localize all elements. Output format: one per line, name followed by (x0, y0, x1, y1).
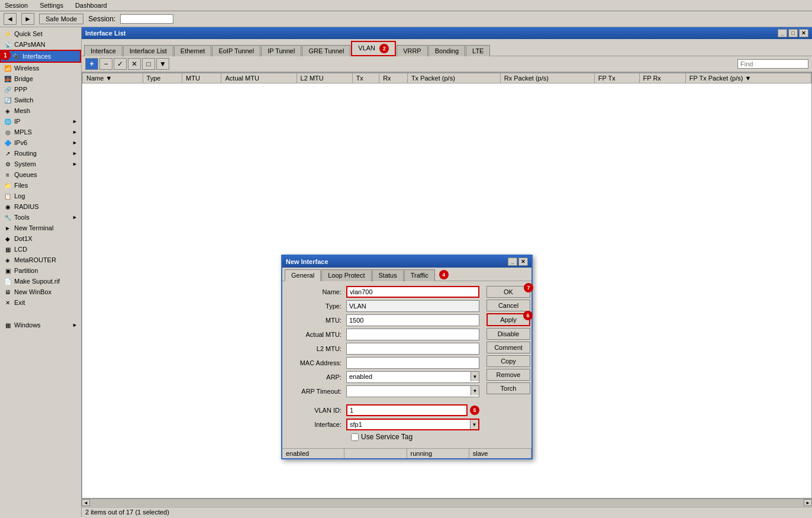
sidebar-item-new-terminal[interactable]: ► New Terminal (0, 223, 81, 233)
scroll-right[interactable]: ► (804, 499, 812, 506)
maximize-button[interactable]: □ (788, 29, 798, 37)
tab-gre-tunnel[interactable]: GRE Tunnel (302, 45, 350, 56)
col-rx[interactable]: Rx (379, 73, 408, 83)
sidebar-item-mpls[interactable]: ◎ MPLS ► (0, 127, 81, 137)
tab-ip-tunnel[interactable]: IP Tunnel (261, 45, 301, 56)
sidebar-item-make-supout[interactable]: 📄 Make Supout.rif (0, 276, 81, 287)
col-l2-mtu[interactable]: L2 MTU (297, 73, 352, 83)
scroll-track[interactable] (90, 499, 804, 506)
sidebar-item-quick-set[interactable]: ⚡ Quick Set (0, 28, 81, 39)
sidebar-item-ipv6[interactable]: 🔷 IPv6 ► (0, 137, 81, 148)
sidebar-label-switch: Switch (14, 96, 33, 104)
back-button[interactable]: ◄ (4, 13, 17, 25)
horizontal-scrollbar[interactable]: ◄ ► (82, 498, 812, 507)
menu-dashboard[interactable]: Dashboard (73, 1, 109, 9)
col-fp-tx-packet[interactable]: FP Tx Packet (p/s) ▼ (685, 73, 811, 83)
menu-session[interactable]: Session (2, 1, 30, 9)
close-button[interactable]: ✕ (799, 29, 808, 37)
mac-input[interactable] (346, 357, 479, 369)
sidebar-item-routing[interactable]: ↗ Routing ► (0, 148, 81, 159)
copy-button[interactable]: □ (142, 58, 155, 70)
sidebar-item-tools[interactable]: 🔧 Tools ► (0, 212, 81, 223)
tab-interface[interactable]: Interface (84, 45, 123, 56)
filter-button[interactable]: ▼ (156, 58, 169, 70)
service-tag-checkbox[interactable] (351, 433, 359, 441)
sidebar-item-lcd[interactable]: ▦ LCD (0, 244, 81, 255)
enable-button[interactable]: ✓ (114, 58, 127, 70)
sidebar-item-exit[interactable]: ✕ Exit (0, 297, 81, 308)
sidebar-item-wireless[interactable]: 📶 Wireless (0, 63, 81, 73)
dialog-close-btn[interactable]: ✕ (518, 258, 528, 266)
cancel-button[interactable]: Cancel (486, 300, 530, 311)
sidebar-item-mesh[interactable]: ◈ Mesh (0, 105, 81, 116)
apply-button[interactable]: Apply 6 (486, 313, 530, 326)
safe-mode-button[interactable]: Safe Mode (39, 14, 83, 24)
sidebar-item-windows[interactable]: ▦ Windows ► (0, 320, 81, 330)
copy-dialog-button[interactable]: Copy (486, 355, 530, 367)
remove-dialog-button[interactable]: Remove (486, 369, 530, 381)
col-type[interactable]: Type (143, 73, 182, 83)
sidebar-item-dot1x[interactable]: ◆ Dot1X (0, 233, 81, 244)
mtu-input[interactable] (346, 314, 479, 326)
name-input[interactable] (346, 286, 479, 298)
torch-button[interactable]: Torch (486, 382, 530, 394)
sidebar-item-new-winbox[interactable]: 🖥 New WinBox (0, 287, 81, 297)
menu-settings[interactable]: Settings (37, 1, 66, 9)
sidebar-item-bridge[interactable]: 🌉 Bridge (0, 73, 81, 84)
disable-button[interactable]: ✕ (128, 58, 141, 70)
tab-bonding[interactable]: Bonding (428, 45, 465, 56)
col-mtu[interactable]: MTU (182, 73, 221, 83)
l2-mtu-input[interactable] (346, 343, 479, 355)
dialog-tab-status[interactable]: Status (372, 269, 404, 281)
forward-button[interactable]: ► (21, 13, 34, 25)
dialog-tab-loop-protect[interactable]: Loop Protect (321, 269, 371, 281)
dialog-tab-general[interactable]: General (285, 269, 321, 281)
sidebar-item-files[interactable]: 📁 Files (0, 180, 81, 191)
sidebar-item-partition[interactable]: ▣ Partition (0, 265, 81, 276)
ok-button[interactable]: OK 7 (486, 286, 530, 298)
tab-vrrp[interactable]: VRRP (397, 45, 428, 56)
tab-ethernet[interactable]: Ethernet (174, 45, 212, 56)
add-button[interactable]: + (85, 58, 98, 70)
interface-select[interactable]: sfp1 ▼ (346, 419, 479, 430)
col-tx[interactable]: Tx (352, 73, 379, 83)
interface-dropdown-arrow[interactable]: ▼ (470, 420, 478, 429)
sidebar-label-radius: RADIUS (14, 203, 39, 210)
arp-dropdown-arrow[interactable]: ▼ (471, 372, 479, 381)
tab-eoip-tunnel[interactable]: EoIP Tunnel (212, 45, 260, 56)
dialog-minimize[interactable]: _ (508, 258, 517, 266)
remove-button[interactable]: − (99, 58, 112, 70)
sidebar-item-ppp[interactable]: 🔗 PPP (0, 84, 81, 95)
col-fp-rx[interactable]: FP Rx (639, 73, 685, 83)
scroll-left[interactable]: ◄ (82, 499, 90, 506)
tab-interface-list[interactable]: Interface List (123, 45, 173, 56)
dialog-tab-traffic[interactable]: Traffic (404, 269, 435, 281)
comment-button[interactable]: Comment (486, 342, 530, 353)
sidebar-item-system[interactable]: ⚙ System ► (0, 159, 81, 169)
arp-timeout-select[interactable]: ▼ (346, 385, 479, 397)
sidebar-item-log[interactable]: 📋 Log (0, 191, 81, 201)
col-name[interactable]: Name ▼ (83, 73, 143, 83)
sidebar-item-ip[interactable]: 🌐 IP ► (0, 116, 81, 127)
col-rx-packet[interactable]: Rx Packet (p/s) (500, 73, 594, 83)
actual-mtu-input[interactable] (346, 329, 479, 340)
sidebar-item-radius[interactable]: ◉ RADIUS (0, 201, 81, 212)
col-actual-mtu[interactable]: Actual MTU (221, 73, 297, 83)
arp-select[interactable]: enabled ▼ (346, 371, 479, 383)
tab-vlan[interactable]: VLAN 2 (351, 41, 396, 56)
arp-timeout-dropdown-arrow[interactable]: ▼ (471, 386, 479, 395)
sidebar-item-switch[interactable]: 🔄 Switch (0, 95, 81, 105)
disable-button[interactable]: Disable (486, 328, 530, 340)
find-input[interactable] (737, 59, 808, 69)
sidebar-item-queues[interactable]: ≡ Queues (0, 169, 81, 180)
tab-lte[interactable]: LTE (466, 45, 490, 56)
session-input[interactable] (120, 14, 173, 24)
vlan-id-input[interactable] (346, 404, 468, 416)
minimize-button[interactable]: _ (778, 29, 787, 37)
col-tx-packet[interactable]: Tx Packet (p/s) (407, 73, 500, 83)
sidebar-item-capsman[interactable]: 📡 CAPsMAN (0, 39, 81, 50)
sidebar-item-interfaces[interactable]: 1 🔌 Interfaces (0, 50, 81, 63)
sidebar-label-metarouter: MetaROUTER (14, 256, 56, 263)
col-fp-tx[interactable]: FP Tx (594, 73, 639, 83)
sidebar-item-metarouter[interactable]: ◈ MetaROUTER (0, 255, 81, 265)
